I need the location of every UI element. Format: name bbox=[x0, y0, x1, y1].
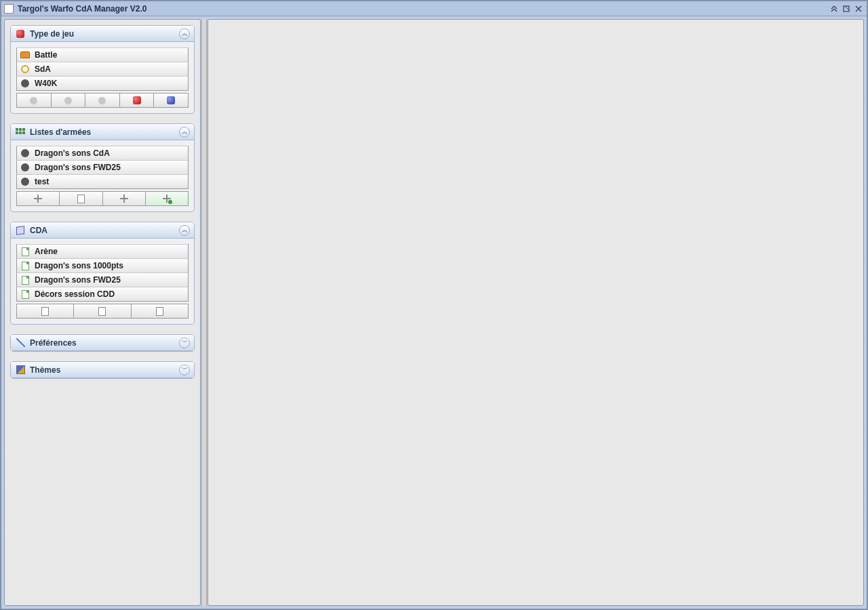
list-item-label: Battle bbox=[35, 50, 57, 60]
panel-header-preferences[interactable]: Préférences ︾ bbox=[11, 335, 194, 351]
app-icon bbox=[4, 4, 14, 14]
panel-header-armylists[interactable]: Listes d'armées ︽ bbox=[11, 124, 194, 140]
gametype-btn-add2[interactable] bbox=[153, 93, 189, 108]
dice-red-icon bbox=[133, 96, 141, 104]
svg-rect-0 bbox=[844, 6, 849, 12]
grid-icon bbox=[15, 127, 26, 138]
titlebar[interactable]: Targol's Warfo CdA Manager V2.0 bbox=[1, 1, 867, 16]
armylist-btn-add[interactable] bbox=[145, 191, 189, 206]
dice-blue-icon bbox=[167, 96, 175, 104]
maximize-button[interactable] bbox=[841, 4, 852, 14]
gametype-btn-2[interactable] bbox=[51, 93, 86, 108]
panel-title: Listes d'armées bbox=[30, 127, 179, 137]
document-icon bbox=[41, 307, 49, 316]
app-window: Targol's Warfo CdA Manager V2.0 Type de … bbox=[0, 0, 868, 610]
main-area bbox=[208, 19, 864, 606]
skull-icon bbox=[20, 78, 31, 89]
dice-icon bbox=[15, 28, 26, 39]
list-item-label: test bbox=[35, 177, 49, 186]
circle-icon bbox=[98, 97, 106, 104]
page-icon bbox=[20, 289, 31, 300]
gametype-item-sda[interactable]: SdA bbox=[16, 62, 189, 77]
list-item-label: Dragon's sons 1000pts bbox=[35, 261, 123, 270]
cda-btn-3[interactable] bbox=[131, 304, 189, 319]
list-item-label: Arène bbox=[35, 247, 58, 256]
page-icon bbox=[20, 260, 31, 271]
panel-armylists: Listes d'armées ︽ Dragon's sons CdA Drag… bbox=[10, 123, 195, 212]
armylist-btn-3[interactable] bbox=[102, 191, 146, 206]
document-icon bbox=[98, 307, 106, 316]
gametype-btn-3[interactable] bbox=[85, 93, 120, 108]
cube-icon bbox=[15, 225, 26, 236]
cda-toolbar bbox=[16, 304, 189, 319]
gametype-btn-1[interactable] bbox=[16, 93, 52, 108]
panel-gametype: Type de jeu ︽ Battle SdA bbox=[10, 25, 195, 114]
document-icon bbox=[156, 307, 163, 316]
list-item-label: Dragon's sons FWD25 bbox=[35, 275, 121, 285]
chevron-down-icon[interactable]: ︾ bbox=[179, 365, 190, 375]
list-item-label: Dragon's sons FWD25 bbox=[35, 163, 121, 172]
panel-title: Préférences bbox=[30, 338, 179, 348]
minimize-button[interactable] bbox=[829, 4, 840, 14]
chevron-down-icon[interactable]: ︾ bbox=[179, 338, 190, 348]
ring-icon bbox=[20, 64, 31, 75]
panel-preferences: Préférences ︾ bbox=[10, 334, 195, 352]
armylist-btn-2[interactable] bbox=[59, 191, 102, 206]
close-button[interactable] bbox=[853, 4, 864, 14]
chevron-up-icon[interactable]: ︽ bbox=[179, 28, 190, 39]
wrench-icon bbox=[15, 338, 26, 348]
panel-title: Type de jeu bbox=[30, 29, 179, 39]
gametype-item-battle[interactable]: Battle bbox=[16, 47, 189, 62]
document-icon bbox=[77, 195, 85, 203]
list-item-label: SdA bbox=[35, 64, 51, 74]
cda-item[interactable]: Décors session CDD bbox=[16, 287, 189, 302]
window-title: Targol's Warfo CdA Manager V2.0 bbox=[18, 4, 827, 14]
armylist-item[interactable]: test bbox=[16, 174, 189, 189]
basket-icon bbox=[20, 49, 31, 60]
content-area: Type de jeu ︽ Battle SdA bbox=[1, 16, 867, 609]
panel-header-themes[interactable]: Thèmes ︾ bbox=[11, 362, 194, 378]
list-item-label: Décors session CDD bbox=[35, 289, 115, 299]
skull-icon bbox=[20, 176, 31, 187]
circle-icon bbox=[30, 97, 37, 104]
skull-icon bbox=[20, 148, 31, 159]
list-item-label: W40K bbox=[35, 79, 57, 88]
gametype-btn-add[interactable] bbox=[119, 93, 155, 108]
skull-icon bbox=[20, 162, 31, 173]
armylist-toolbar bbox=[16, 191, 189, 206]
page-icon bbox=[20, 246, 31, 257]
panel-title: CDA bbox=[30, 226, 179, 235]
sidebar: Type de jeu ︽ Battle SdA bbox=[4, 19, 201, 606]
panel-cda: CDA ︽ Arène Dragon's sons 1000pts bbox=[10, 222, 195, 325]
cda-item[interactable]: Dragon's sons 1000pts bbox=[16, 258, 189, 273]
tree-icon bbox=[120, 195, 128, 203]
swatch-icon bbox=[15, 365, 26, 375]
cda-item[interactable]: Arène bbox=[16, 244, 189, 259]
panel-title: Thèmes bbox=[30, 365, 179, 375]
gametype-item-w40k[interactable]: W40K bbox=[16, 76, 189, 91]
page-icon bbox=[20, 274, 31, 285]
armylist-btn-1[interactable] bbox=[16, 191, 60, 206]
armylist-item[interactable]: Dragon's sons FWD25 bbox=[16, 160, 189, 175]
chevron-up-icon[interactable]: ︽ bbox=[179, 127, 190, 138]
cda-btn-1[interactable] bbox=[16, 304, 74, 319]
tree-icon bbox=[34, 195, 42, 203]
cda-item[interactable]: Dragon's sons FWD25 bbox=[16, 272, 189, 287]
panel-themes: Thèmes ︾ bbox=[10, 361, 195, 379]
panel-header-cda[interactable]: CDA ︽ bbox=[11, 222, 194, 239]
panel-header-gametype[interactable]: Type de jeu ︽ bbox=[11, 26, 194, 42]
armylist-item[interactable]: Dragon's sons CdA bbox=[16, 146, 189, 161]
circle-icon bbox=[64, 97, 72, 104]
splitter[interactable] bbox=[201, 19, 207, 606]
gametype-toolbar bbox=[16, 93, 189, 108]
cda-btn-2[interactable] bbox=[73, 304, 131, 319]
tree-add-icon bbox=[163, 195, 171, 203]
list-item-label: Dragon's sons CdA bbox=[35, 148, 110, 158]
chevron-up-icon[interactable]: ︽ bbox=[179, 225, 190, 236]
